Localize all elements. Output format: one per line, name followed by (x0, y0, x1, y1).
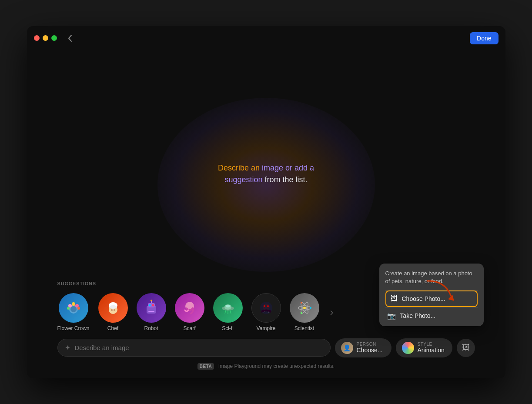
chef-label: Chef (107, 325, 118, 331)
svg-point-38 (301, 302, 302, 304)
beta-bar: BETA Image Playground may create unexpec… (57, 362, 475, 370)
titlebar-left (34, 33, 75, 43)
app-window: Done Describe an image or add a suggesti… (27, 26, 505, 378)
svg-point-10 (109, 305, 117, 309)
svg-point-39 (301, 312, 302, 314)
suggestion-vampire[interactable]: Vampire (251, 293, 281, 331)
prompt-text-3: suggestion (224, 175, 262, 184)
take-photo-label: Take Photo... (400, 312, 436, 319)
svg-point-33 (303, 307, 306, 309)
style-pill[interactable]: STYLE Animation (396, 338, 452, 357)
choose-photo-icon: 🖼 (391, 295, 398, 303)
minimize-button[interactable] (43, 35, 48, 41)
svg-point-16 (152, 304, 154, 306)
style-sublabel: STYLE (418, 342, 445, 347)
svg-point-3 (72, 302, 75, 306)
suggestion-scarf[interactable]: Scarf (175, 293, 204, 331)
suggestion-flower-crown[interactable]: Flower Crown (57, 293, 90, 331)
titlebar: Done (27, 26, 505, 50)
svg-point-15 (148, 304, 151, 306)
maximize-button[interactable] (51, 35, 57, 41)
beta-tag: BETA (197, 363, 214, 370)
person-pill[interactable]: 👤 PERSON Choose... (335, 338, 391, 357)
person-avatar: 👤 (341, 342, 353, 354)
style-value: Animation (418, 347, 445, 354)
svg-point-6 (77, 307, 80, 310)
style-orb (402, 342, 414, 354)
svg-point-2 (68, 304, 72, 307)
person-value: Choose... (357, 347, 383, 354)
scifi-label: Sci-fi (222, 325, 234, 331)
flower-crown-label: Flower Crown (57, 325, 90, 331)
robot-icon (137, 293, 166, 323)
arrow-indicator (423, 277, 458, 304)
describe-input[interactable] (75, 344, 323, 351)
prompt-text-1: Describe an (218, 164, 262, 172)
close-button[interactable] (34, 35, 40, 41)
center-prompt: Describe an image or add a suggestion fr… (218, 162, 314, 186)
svg-point-23 (226, 305, 230, 307)
person-label: PERSON Choose... (357, 342, 383, 354)
svg-point-32 (267, 305, 269, 307)
svg-point-5 (67, 307, 70, 310)
suggestions-label: SUGGESTIONS (57, 281, 96, 286)
scientist-icon (290, 293, 319, 323)
svg-point-12 (114, 309, 115, 311)
photo-button[interactable]: 🖼 (457, 339, 475, 357)
svg-point-1 (70, 306, 77, 312)
scarf-label: Scarf (184, 325, 196, 331)
suggestion-scifi[interactable]: Sci-fi (213, 293, 243, 331)
scarf-icon (175, 293, 204, 323)
svg-point-31 (264, 305, 265, 307)
suggestion-robot[interactable]: Robot (137, 293, 166, 331)
svg-line-26 (230, 311, 231, 314)
take-photo-icon: 📷 (387, 312, 396, 320)
text-input-wrapper: ✦ (57, 339, 331, 357)
suggestion-chef[interactable]: Chef (98, 293, 128, 331)
style-label: STYLE Animation (418, 342, 445, 354)
chevron-right-icon[interactable]: › (330, 306, 334, 318)
input-bar: ✦ 👤 PERSON Choose... STYLE Animation (57, 338, 475, 357)
scientist-label: Scientist (294, 325, 314, 331)
back-button[interactable] (65, 33, 75, 43)
svg-line-24 (225, 311, 226, 314)
vampire-icon (251, 293, 281, 323)
robot-label: Robot (144, 325, 158, 331)
vampire-label: Vampire (257, 325, 276, 331)
traffic-lights (34, 35, 57, 41)
svg-point-11 (111, 309, 113, 311)
svg-point-4 (75, 304, 79, 307)
scifi-icon (213, 293, 243, 323)
beta-text: Image Playground may create unexpected r… (218, 363, 335, 369)
chef-icon (98, 293, 128, 323)
person-sublabel: PERSON (357, 342, 383, 347)
svg-point-37 (310, 307, 311, 309)
take-photo-button[interactable]: 📷 Take Photo... (385, 307, 478, 324)
svg-rect-17 (148, 311, 154, 312)
flower-crown-icon (59, 293, 88, 323)
suggestion-scientist[interactable]: Scientist (290, 293, 319, 331)
prompt-text-2: image or add a (262, 164, 314, 172)
svg-point-19 (151, 300, 152, 301)
prompt-text-4: from the list. (263, 175, 308, 184)
photo-icon: 🖼 (462, 343, 470, 352)
sparkle-icon: ✦ (65, 344, 70, 352)
done-button[interactable]: Done (470, 32, 498, 44)
